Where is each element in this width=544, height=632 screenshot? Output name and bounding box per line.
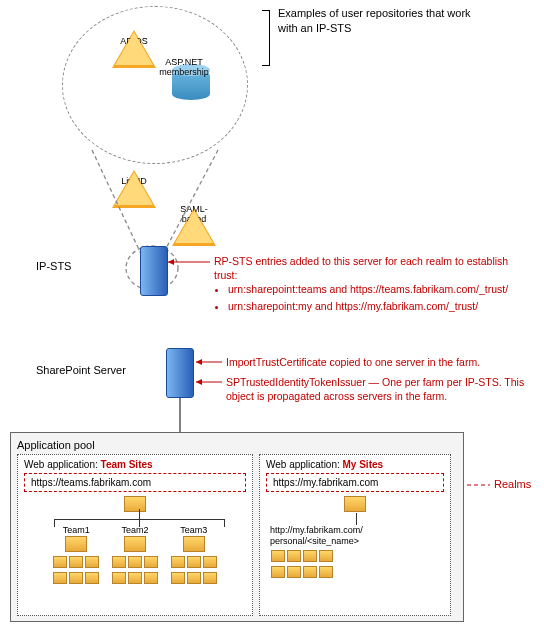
apppool-title: Application pool [17, 439, 457, 451]
site-icon [187, 556, 201, 568]
site-icon [287, 566, 301, 578]
site-icon [124, 496, 146, 512]
site-icon [112, 556, 126, 568]
saml-icon: SAML-based [172, 208, 216, 246]
site-icon [53, 572, 67, 584]
aspnet-label: ASP.NET membership [154, 58, 214, 78]
site-icon [85, 572, 99, 584]
site-icon [69, 572, 83, 584]
ipsts-notes: RP-STS entries added to this server for … [214, 254, 530, 315]
saml-label: SAML-based [170, 204, 218, 224]
ipsts-bullet-1: urn:sharepoint:teams and https://teams.f… [228, 282, 530, 296]
site-icon [171, 572, 185, 584]
site-icon [203, 556, 217, 568]
adds-icon: AD DS [112, 30, 156, 68]
sharepoint-note1: ImportTrustCertificate copied to one ser… [226, 356, 526, 368]
team1-label: Team1 [52, 525, 100, 535]
site-icon [303, 550, 317, 562]
site-icon [85, 556, 99, 568]
bracket-icon [262, 10, 270, 66]
team-header-name: Team Sites [101, 459, 153, 470]
site-icon [319, 550, 333, 562]
svg-marker-8 [196, 379, 202, 385]
site-icon [171, 556, 185, 568]
sharepoint-server-icon [166, 348, 194, 398]
site-icon [271, 566, 285, 578]
sharepoint-label: SharePoint Server [36, 364, 126, 376]
webapp-team-sites: Web application: Team Sites https://team… [17, 454, 253, 616]
site-icon [187, 572, 201, 584]
ipsts-bullet-2: urn:sharepoint:my and https://my.fabrika… [228, 299, 530, 313]
sharepoint-note2: SPTrustedIdentityTokenIssuer — One per f… [226, 376, 526, 403]
adds-label: AD DS [110, 36, 158, 46]
mysites-header-prefix: Web application: [266, 459, 343, 470]
team-header-prefix: Web application: [24, 459, 101, 470]
site-icon [319, 566, 333, 578]
application-pool: Application pool Web application: Team S… [10, 432, 464, 622]
site-icon [203, 572, 217, 584]
site-icon [303, 566, 317, 578]
site-icon [112, 572, 126, 584]
site-icon [69, 556, 83, 568]
repositories-caption: Examples of user repositories that work … [278, 6, 478, 36]
site-icon [128, 556, 142, 568]
svg-marker-4 [168, 259, 174, 265]
site-icon [271, 550, 285, 562]
ipsts-server-icon [140, 246, 168, 296]
site-icon [128, 572, 142, 584]
mysites-realm-url: https://my.fabrikam.com [266, 473, 444, 492]
personal-site-label: http://my.fabrikam.com/ personal/<site_n… [270, 525, 444, 547]
team3-label: Team3 [170, 525, 218, 535]
liveid-label: LiveID [110, 176, 158, 186]
site-icon [65, 536, 87, 552]
team2-label: Team2 [111, 525, 159, 535]
site-icon [183, 536, 205, 552]
site-icon [344, 496, 366, 512]
ipsts-label: IP-STS [36, 260, 71, 272]
realms-label: Realms [494, 478, 531, 490]
mysites-header-name: My Sites [343, 459, 384, 470]
site-icon [287, 550, 301, 562]
ipsts-note-title: RP-STS entries added to this server for … [214, 254, 530, 282]
site-icon [124, 536, 146, 552]
site-icon [53, 556, 67, 568]
liveid-icon: LiveID [112, 170, 156, 208]
svg-marker-6 [196, 359, 202, 365]
webapp-my-sites: Web application: My Sites https://my.fab… [259, 454, 451, 616]
team-realm-url: https://teams.fabrikam.com [24, 473, 246, 492]
site-icon [144, 556, 158, 568]
site-icon [144, 572, 158, 584]
